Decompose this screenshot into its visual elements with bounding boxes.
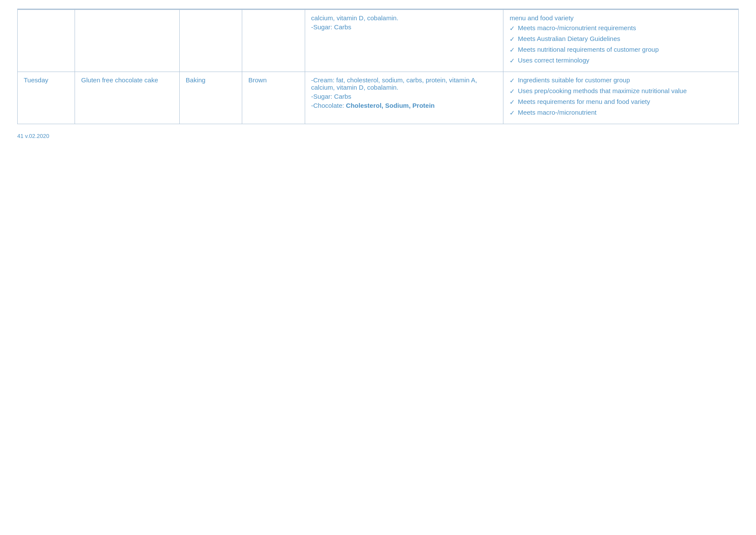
- version-text: v.02.2020: [25, 133, 49, 139]
- page-number: 41: [17, 133, 23, 139]
- nutrient-text: -Sugar: Carbs: [311, 93, 351, 100]
- checkmark-icon: ✓: [509, 25, 515, 32]
- cell-day-2: Tuesday: [18, 72, 75, 124]
- method-label: Baking: [186, 76, 206, 84]
- checkmark-icon: ✓: [509, 88, 515, 95]
- page-container: calcium, vitamin D, cobalamin. -Sugar: C…: [0, 0, 756, 535]
- criteria-item: ✓ Uses correct terminology: [509, 56, 732, 65]
- cell-criteria-1: menu and food variety ✓ Meets macro-/mic…: [503, 10, 739, 72]
- criteria-item: ✓ Uses prep/cooking methods that maximiz…: [509, 87, 732, 95]
- criteria-text: Meets Australian Dietary Guidelines: [518, 35, 620, 42]
- cell-color-1: [242, 10, 305, 72]
- table-row: Tuesday Gluten free chocolate cake Bakin…: [18, 72, 739, 124]
- main-table: calcium, vitamin D, cobalamin. -Sugar: C…: [17, 9, 739, 124]
- criteria-item: ✓ Meets macro-/micronutrient requirement…: [509, 24, 732, 32]
- criteria-item: ✓ Meets macro-/micronutrient: [509, 109, 732, 117]
- criteria-item: ✓ Meets Australian Dietary Guidelines: [509, 35, 732, 43]
- checkmark-icon: ✓: [509, 57, 515, 65]
- criteria-text: Uses correct terminology: [518, 56, 589, 64]
- criteria-text: Uses prep/cooking methods that maximize …: [518, 87, 687, 94]
- criteria-text: Meets macro-/micronutrient requirements: [518, 24, 636, 31]
- nutrient-line: -Chocolate: Cholesterol, Sodium, Protein: [311, 102, 497, 109]
- nutrient-line: -Sugar: Carbs: [311, 23, 497, 31]
- criteria-plain-text: menu and food variety: [509, 14, 573, 22]
- criteria-item: ✓ Meets nutritional requirements of cust…: [509, 46, 732, 54]
- table-row: calcium, vitamin D, cobalamin. -Sugar: C…: [18, 10, 739, 72]
- diet-label: Gluten free chocolate cake: [81, 76, 158, 84]
- cell-method-2: Baking: [179, 72, 242, 124]
- cell-diet-1: [75, 10, 179, 72]
- cell-diet-2: Gluten free chocolate cake: [75, 72, 179, 124]
- criteria-text: Ingredients suitable for customer group: [518, 76, 630, 84]
- checkmark-icon: ✓: [509, 77, 515, 84]
- footer: 41 v.02.2020: [17, 133, 739, 139]
- nutrient-text: calcium, vitamin D, cobalamin.: [311, 14, 399, 22]
- cell-color-2: Brown: [242, 72, 305, 124]
- criteria-item: menu and food variety: [509, 14, 732, 22]
- cell-criteria-2: ✓ Ingredients suitable for customer grou…: [503, 72, 739, 124]
- checkmark-icon: ✓: [509, 109, 515, 117]
- nutrient-text-prefix: -Chocolate:: [311, 102, 346, 109]
- nutrient-line: calcium, vitamin D, cobalamin.: [311, 14, 497, 22]
- nutrient-line: -Sugar: Carbs: [311, 93, 497, 100]
- criteria-text: Meets requirements for menu and food var…: [518, 98, 650, 105]
- checkmark-icon: ✓: [509, 35, 515, 43]
- criteria-text: Meets nutritional requirements of custom…: [518, 46, 659, 53]
- nutrient-text-bold: Cholesterol, Sodium, Protein: [346, 102, 435, 109]
- checkmark-icon: ✓: [509, 46, 515, 54]
- day-label: Tuesday: [24, 76, 48, 84]
- nutrient-text: -Cream: fat, cholesterol, sodium, carbs,…: [311, 76, 477, 91]
- criteria-item: ✓ Meets requirements for menu and food v…: [509, 98, 732, 106]
- cell-method-1: [179, 10, 242, 72]
- nutrient-line: -Cream: fat, cholesterol, sodium, carbs,…: [311, 76, 497, 91]
- color-label: Brown: [248, 76, 267, 84]
- criteria-item: ✓ Ingredients suitable for customer grou…: [509, 76, 732, 84]
- nutrient-text: -Sugar: Carbs: [311, 23, 351, 31]
- checkmark-icon: ✓: [509, 98, 515, 106]
- criteria-text: Meets macro-/micronutrient: [518, 109, 597, 116]
- cell-nutrients-2: -Cream: fat, cholesterol, sodium, carbs,…: [305, 72, 503, 124]
- cell-nutrients-1: calcium, vitamin D, cobalamin. -Sugar: C…: [305, 10, 503, 72]
- cell-day-1: [18, 10, 75, 72]
